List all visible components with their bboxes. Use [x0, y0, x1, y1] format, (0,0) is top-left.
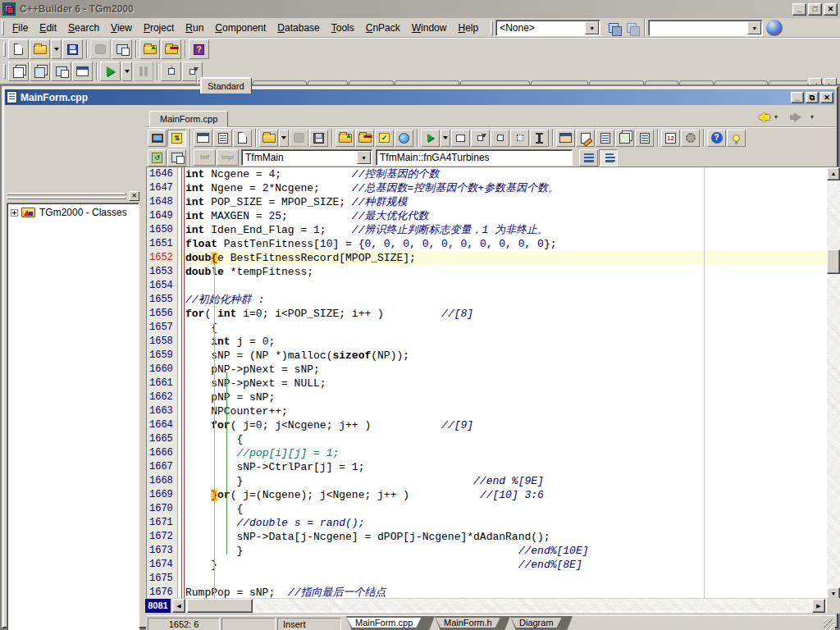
menu-project[interactable]: Project [138, 20, 180, 36]
remove-file-from-project-button[interactable]: ▬ [161, 39, 181, 59]
child-restore-button[interactable]: ⧉ [806, 92, 819, 103]
insert-mode-button[interactable] [530, 130, 549, 147]
maximize-button[interactable]: □ [808, 3, 822, 16]
open-file-dropdown[interactable] [51, 39, 62, 59]
trace-into-button[interactable] [491, 130, 509, 147]
code-line[interactable]: 1650int Iden_End_Flag = 1; //辨识终止判断标志变量，… [147, 223, 840, 237]
code-line[interactable]: 1663 NPCounter++; [147, 404, 840, 418]
new-file-button[interactable] [8, 39, 29, 59]
bottom-tab-mainform-cpp[interactable]: MainForm.cpp [346, 616, 435, 630]
menu-search[interactable]: Search [62, 20, 105, 36]
code-line[interactable]: 1671 //double s = rand(); [147, 516, 840, 530]
bottom-tab-diagram[interactable]: Diagram [510, 616, 573, 630]
new-unit-button[interactable] [233, 130, 252, 147]
form-folder-button[interactable] [167, 149, 186, 167]
class-combo[interactable]: TfmMain ▼ [241, 149, 372, 166]
menu-tools[interactable]: Tools [326, 20, 360, 36]
code-editor[interactable]: 1646int Ncgene = 4; //控制基因的个数1647int Nge… [146, 167, 840, 600]
code-line[interactable]: 1662 pNP = sNP; [147, 390, 840, 404]
trace-into-button[interactable]: ↓ [161, 62, 181, 81]
window-list-button[interactable] [194, 130, 212, 147]
browse-forward-button[interactable] [788, 110, 807, 125]
dock-grip[interactable] [7, 193, 126, 195]
desktop-layout-combo[interactable]: <None> ▼ [495, 20, 600, 36]
window-numbers-button[interactable]: 12 [661, 130, 680, 147]
menu-window[interactable]: Window [406, 20, 453, 36]
goto-implementation-button[interactable]: Impl [217, 149, 239, 166]
tree-item-root[interactable]: TGm2000 - Classes [9, 207, 137, 218]
web-browse-button[interactable] [395, 130, 413, 147]
horizontal-scroll-thumb[interactable] [187, 599, 253, 613]
code-line[interactable]: 1649int MAXGEN = 25; //最大优化代数 [147, 209, 840, 223]
goto-interface-button[interactable]: Intf [194, 149, 216, 166]
code-line[interactable]: 1652doub{e BestFitnessRecord[MPOP_SIZE]; [147, 251, 840, 265]
scroll-up-button[interactable]: ▲ [827, 167, 840, 180]
save-all-button[interactable] [90, 39, 111, 59]
save-desktop-icon[interactable] [605, 20, 623, 36]
dock-header[interactable]: ✕ [7, 191, 139, 201]
code-line[interactable]: 1657 { [147, 321, 840, 335]
cnpack-sphere-icon[interactable] [766, 20, 783, 36]
class-tree[interactable]: TGm2000 - Classes [7, 203, 139, 630]
code-line[interactable]: 1655//初始化种群 : [147, 293, 840, 307]
scroll-left-button[interactable]: ◀ [172, 599, 185, 613]
menu-edit[interactable]: Edit [34, 20, 62, 36]
todo-list-button[interactable]: ✓ [375, 130, 394, 147]
search-combo[interactable]: ▼ [648, 20, 763, 36]
add-file-to-project-button[interactable]: ▲ [139, 39, 160, 59]
remove-from-project-button[interactable]: ▬ [355, 130, 374, 147]
menu-cnpack[interactable]: CnPack [360, 20, 406, 36]
code-line[interactable]: 1647int Ngene = 2*Ncgene; //总基因数=控制基因个数+… [147, 181, 840, 195]
sort-by-position-button[interactable] [599, 149, 618, 167]
menu-database[interactable]: Database [272, 20, 325, 36]
code-line[interactable]: 1651float PastTenFitness[10] = {0, 0, 0,… [147, 237, 840, 251]
help-button[interactable]: ? [707, 130, 726, 147]
code-line[interactable]: 1672 sNP->Data[j-Ncgene] = dPOP[j-Ncgene… [147, 530, 840, 544]
child-minimize-button[interactable]: _ [791, 92, 804, 103]
dock-grip[interactable] [7, 197, 126, 199]
expand-icon[interactable] [11, 209, 18, 217]
browse-back-dropdown[interactable]: ▼ [771, 110, 781, 125]
show-form-button[interactable] [148, 130, 167, 147]
code-line[interactable]: 1673 } //end%[10E] [147, 544, 840, 558]
code-line[interactable]: 1648int POP_SIZE = MPOP_SIZE; //种群规模 [147, 195, 840, 209]
code-line[interactable]: 1646int Ncgene = 4; //控制基因的个数 [147, 167, 840, 181]
run-dropdown[interactable] [121, 62, 132, 81]
open-file-button[interactable] [30, 39, 50, 59]
code-line[interactable]: 1674 } //end%[8E] [147, 558, 840, 572]
scroll-right-button[interactable]: ▶ [812, 599, 825, 613]
vertical-scrollbar[interactable]: ▲ ▼ [827, 167, 840, 600]
member-combo[interactable]: TfmMain::fnGA4Turbines [376, 149, 573, 166]
code-line[interactable]: 1654 [147, 279, 840, 293]
code-line[interactable]: 1665 { [147, 432, 840, 446]
palette-tab-standard[interactable]: Standard [200, 77, 252, 94]
toggle-form-unit-button[interactable] [51, 62, 71, 81]
code-line[interactable]: 1675 [147, 572, 840, 586]
view-unit-button[interactable] [8, 62, 29, 81]
open-file-button[interactable] [259, 130, 278, 147]
menu-view[interactable]: View [105, 20, 138, 36]
child-close-button[interactable]: ✕ [820, 92, 833, 103]
code-line[interactable]: 1656for( int i=0; i<POP_SIZE; i++ ) //[8… [147, 307, 840, 321]
menu-file[interactable]: File [7, 20, 34, 36]
browse-back-button[interactable] [751, 110, 771, 125]
chevron-down-icon[interactable]: ▼ [747, 21, 761, 34]
code-line[interactable]: 1667 sNP->CtrlPar[j] = 1; [147, 460, 840, 474]
editor-tab-mainform-cpp[interactable]: MainForm.cpp [149, 111, 228, 127]
tips-button[interactable] [727, 130, 746, 147]
paste-as-button[interactable] [635, 130, 654, 147]
editor-options-button[interactable] [576, 130, 595, 147]
set-debug-desktop-icon[interactable] [623, 20, 641, 36]
run-button[interactable] [421, 130, 440, 147]
run-button[interactable] [100, 62, 121, 81]
view-form-button[interactable] [30, 62, 50, 81]
code-line[interactable]: 1670 { [147, 502, 840, 516]
sort-by-name-button[interactable] [579, 149, 598, 167]
step-over-button[interactable] [471, 130, 490, 147]
run-dropdown[interactable] [441, 130, 450, 147]
uses-unit-button[interactable] [615, 130, 634, 147]
toggle-form-unit-button[interactable]: ⇅ [167, 130, 186, 147]
code-line[interactable]: 1669 }or( j=(Ncgene); j<Ngene; j++ ) //[… [147, 488, 840, 502]
dock-close-button[interactable]: ✕ [129, 191, 139, 201]
menu-component[interactable]: Component [209, 20, 272, 36]
